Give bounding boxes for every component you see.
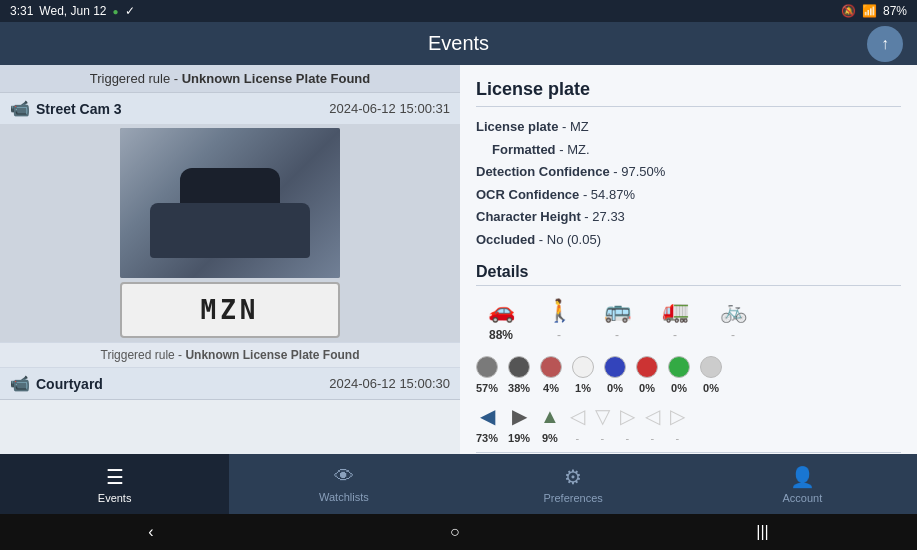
rule-banner: Triggered rule - Unknown License Plate F… (0, 65, 460, 93)
lp-info: License plate - MZ Formatted - MZ. Detec… (476, 117, 901, 249)
events-list: Triggered rule - Unknown License Plate F… (0, 65, 460, 454)
char-height-label: Character Height (476, 209, 581, 224)
color-green: 0% (668, 356, 690, 394)
upload-button[interactable]: ↑ (867, 26, 903, 62)
event-rule-banner: Triggered rule - Unknown License Plate F… (0, 342, 460, 367)
android-navigation: ‹ ○ ||| (0, 514, 917, 550)
up-arrow-icon: ▲ (540, 405, 560, 428)
dir-downright: ▷ - (670, 404, 685, 444)
nav-account[interactable]: 👤 Account (688, 454, 917, 514)
bus-icon: 🚌 (604, 298, 631, 324)
back-button[interactable]: ‹ (132, 519, 169, 545)
rule-name: Unknown License Plate Found (182, 71, 371, 86)
main-content: Triggered rule - Unknown License Plate F… (0, 65, 917, 454)
direction-row: ◀ 73% ▶ 19% ▲ 9% ◁ - ▽ - (476, 404, 901, 444)
color-white: 1% (572, 356, 594, 394)
formatted-value: MZ. (567, 142, 589, 157)
recents-button[interactable]: ||| (740, 519, 784, 545)
event-item-2[interactable]: 📹 Courtyard 2024-06-12 15:00:30 (0, 368, 460, 400)
lp-value: MZ (570, 119, 589, 134)
active-dot: ● (113, 6, 119, 17)
color-red: 0% (636, 356, 658, 394)
bike-icon: 🚲 (720, 298, 747, 324)
rule-prefix: Triggered rule - (90, 71, 182, 86)
dir-downleft: ◁ - (645, 404, 660, 444)
nav-watchlists-label: Watchlists (319, 491, 369, 503)
det-person: 🚶 - (534, 298, 584, 342)
home-button[interactable]: ○ (434, 519, 476, 545)
camera-name: 📹 Street Cam 3 (10, 99, 122, 118)
watchlists-icon: 👁 (334, 465, 354, 488)
preferences-icon: ⚙ (564, 465, 582, 489)
color-gray: 57% (476, 356, 498, 394)
event-time-2: 2024-06-12 15:00:30 (329, 376, 450, 391)
lp-label: License plate (476, 119, 558, 134)
dir-left: ◀ 73% (476, 404, 498, 444)
formatted-label: Formatted (492, 142, 556, 157)
car-icon: 🚗 (488, 298, 515, 324)
right-arrow-icon: ▶ (512, 404, 527, 428)
left-arrow-icon: ◀ (480, 404, 495, 428)
white-circle (572, 356, 594, 378)
down-arrow-icon: ▽ (595, 404, 610, 428)
redbrown-circle (540, 356, 562, 378)
wifi-icon: 📶 (862, 4, 877, 18)
camera-name-2: 📹 Courtyard (10, 374, 103, 393)
red-circle (636, 356, 658, 378)
event-item[interactable]: 📹 Street Cam 3 2024-06-12 15:00:31 (0, 93, 460, 368)
details-title: Details (476, 263, 901, 286)
nav-events-label: Events (98, 492, 132, 504)
truck-icon: 🚛 (662, 298, 689, 324)
events-icon: ☰ (106, 465, 124, 489)
dir-up: ▲ 9% (540, 405, 560, 444)
det-truck: 🚛 - (650, 298, 700, 342)
upleft-arrow-icon: ◁ (570, 404, 585, 428)
nav-watchlists[interactable]: 👁 Watchlists (229, 454, 458, 514)
blue-circle (604, 356, 626, 378)
upright-arrow-icon: ▷ (620, 404, 635, 428)
header-title: Events (428, 32, 489, 54)
occluded-label: Occluded (476, 232, 535, 247)
event-images: MZN (0, 124, 460, 342)
silver-circle (700, 356, 722, 378)
status-time: 3:31 (10, 4, 33, 18)
dir-down: ▽ - (595, 404, 610, 444)
person-icon: 🚶 (546, 298, 573, 324)
char-height-value: 27.33 (592, 209, 625, 224)
vehicle-type-row: 🚗 88% 🚶 - 🚌 - 🚛 - 🚲 - (476, 294, 901, 346)
battery-level: 87% (883, 4, 907, 18)
color-dark: 38% (508, 356, 530, 394)
status-bar: 3:31 Wed, Jun 12 ● ✓ 🔕 📶 87% (0, 0, 917, 22)
dir-right: ▶ 19% (508, 404, 530, 444)
event-header: 📹 Street Cam 3 2024-06-12 15:00:31 (0, 93, 460, 124)
downright-arrow-icon: ▷ (670, 404, 685, 428)
header: Events ↑ (0, 22, 917, 65)
details-section: Details 🚗 88% 🚶 - 🚌 - 🚛 - (476, 263, 901, 454)
det-bike: 🚲 - (708, 298, 758, 342)
color-blue: 0% (604, 356, 626, 394)
occluded-value: No (0.05) (547, 232, 601, 247)
event-time: 2024-06-12 15:00:31 (329, 101, 450, 116)
det-bus: 🚌 - (592, 298, 642, 342)
nav-preferences[interactable]: ⚙ Preferences (459, 454, 688, 514)
mute-icon: 🔕 (841, 4, 856, 18)
license-plate-details: License plate License plate - MZ Formatt… (460, 65, 917, 454)
ocr-conf-value: 54.87% (591, 187, 635, 202)
downleft-arrow-icon: ◁ (645, 404, 660, 428)
check-icon: ✓ (125, 4, 135, 18)
nav-preferences-label: Preferences (543, 492, 602, 504)
det-car: 🚗 88% (476, 298, 526, 342)
car-shape (150, 168, 310, 258)
car-image (120, 128, 340, 278)
dir-upright: ▷ - (620, 404, 635, 444)
lp-section-title: License plate (476, 79, 901, 107)
camera-icon: 📹 (10, 99, 30, 118)
det-conf-label: Detection Confidence (476, 164, 610, 179)
license-plate-image: MZN (120, 282, 340, 338)
nav-account-label: Account (783, 492, 823, 504)
color-red-brown: 4% (540, 356, 562, 394)
gray-circle (476, 356, 498, 378)
color-detection-row: 57% 38% 4% 1% 0% (476, 356, 901, 394)
green-circle (668, 356, 690, 378)
nav-events[interactable]: ☰ Events (0, 454, 229, 514)
